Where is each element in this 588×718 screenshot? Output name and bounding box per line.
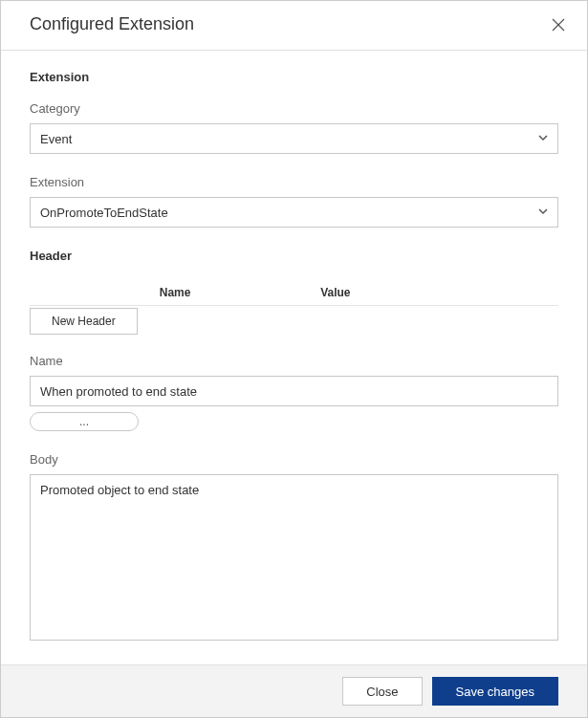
body-textarea[interactable] [30,474,558,641]
ellipsis-icon: ... [79,415,89,428]
header-section-title: Header [30,249,558,263]
extension-label: Extension [30,175,558,189]
dialog-footer: Close Save changes [1,664,587,717]
new-header-button[interactable]: New Header [30,308,138,335]
dialog-header: Configured Extension [1,1,587,51]
header-col-value: Value [320,286,558,299]
save-changes-button[interactable]: Save changes [432,677,558,706]
extension-select-value: OnPromoteToEndState [40,206,168,220]
body-label: Body [30,452,558,467]
header-col-name: Name [30,286,320,299]
category-select[interactable]: Event [30,123,558,154]
close-button[interactable]: Close [342,677,422,706]
name-input[interactable] [30,376,558,406]
close-icon[interactable] [551,17,566,33]
dialog-title: Configured Extension [30,14,194,34]
category-select-value: Event [40,132,72,146]
header-table-head: Name Value [30,280,558,306]
extension-section-title: Extension [30,70,558,84]
category-label: Category [30,101,558,116]
name-more-button[interactable]: ... [30,412,139,431]
name-label: Name [30,354,558,368]
dialog-content: Extension Category Event Extension OnPro… [1,51,587,664]
extension-select[interactable]: OnPromoteToEndState [30,197,558,228]
